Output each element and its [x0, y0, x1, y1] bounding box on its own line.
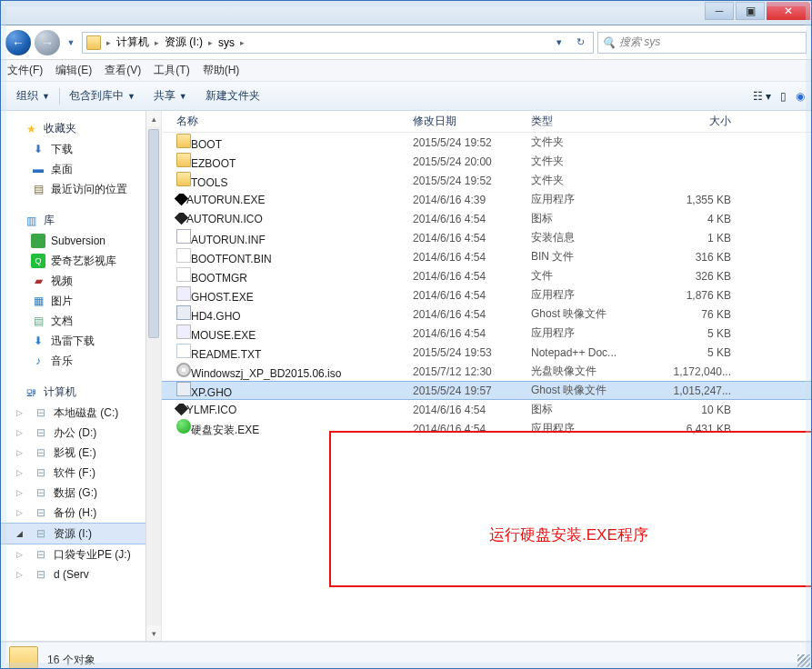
sidebar-drive-c[interactable]: ▷⊟本地磁盘 (C:) [0, 403, 161, 423]
sidebar-drive-e[interactable]: ▷⊟影视 (E:) [0, 443, 161, 463]
file-row[interactable]: README.TXT2015/5/24 19:53Notepad++ Doc..… [162, 343, 812, 362]
chevron-right-icon: ▸ [238, 38, 246, 47]
sidebar-libraries-header[interactable]: ▥库 [0, 210, 161, 231]
sidebar-drive-j[interactable]: ▷⊟口袋专业PE (J:) [0, 544, 161, 564]
toolbar-include-library[interactable]: 包含到库中▼ [60, 82, 145, 110]
iqiyi-icon: Q [31, 254, 45, 268]
nav-history-dropdown[interactable]: ▼ [64, 34, 78, 52]
scroll-up-button[interactable]: ▴ [146, 111, 161, 126]
file-row[interactable]: XP.GHO2015/5/24 19:57Ghost 映像文件1,015,247… [162, 381, 812, 400]
command-toolbar: 组织▼ 包含到库中▼ 共享▼ 新建文件夹 ☷ ▾ ▯ ◉ [0, 82, 812, 111]
sidebar-favorites-header[interactable]: ★收藏夹 [0, 118, 161, 139]
file-type-icon [176, 286, 191, 301]
column-header-type[interactable]: 类型 [526, 114, 644, 129]
file-type: 图标 [526, 402, 644, 417]
file-size: 1,015,247... [644, 384, 744, 397]
chevron-right-icon: ▸ [206, 38, 215, 47]
file-icon: 硬盘安装.EXE [176, 419, 259, 438]
menu-help[interactable]: 帮助(H) [203, 63, 240, 78]
search-input[interactable]: 🔍 搜索 sys [597, 32, 807, 54]
file-row[interactable]: Windowszj_XP_BD2015.06.iso2015/7/12 12:3… [162, 362, 812, 381]
menu-edit[interactable]: 编辑(E) [55, 63, 92, 78]
file-name: BOOTFONT.BIN [191, 253, 272, 265]
breadcrumb-drive[interactable]: 资源 (I:) [165, 35, 203, 50]
menu-tools[interactable]: 工具(T) [154, 63, 189, 78]
window-maximize-button[interactable]: ▣ [736, 2, 765, 20]
column-header-name[interactable]: 名称 [171, 114, 407, 129]
file-name: EZBOOT [191, 157, 236, 170]
breadcrumb-computer[interactable]: 计算机 [116, 35, 149, 50]
sidebar-videos[interactable]: ▰视频 [0, 271, 161, 291]
file-type: 文件夹 [526, 154, 644, 169]
toolbar-share[interactable]: 共享▼ [145, 82, 196, 110]
music-icon: ♪ [31, 354, 45, 368]
sidebar-drive-i[interactable]: ◢⊟资源 (I:) [0, 523, 161, 544]
sidebar-computer-header[interactable]: 🖳计算机 [0, 382, 161, 403]
file-row[interactable]: YLMF.ICO2014/6/16 4:54图标10 KB [162, 400, 812, 419]
sidebar-iqiyi[interactable]: Q爱奇艺影视库 [0, 251, 161, 271]
drive-icon: ⊟ [34, 526, 48, 541]
sidebar-documents[interactable]: ▤文档 [0, 311, 161, 331]
file-type-icon [176, 419, 191, 434]
file-row[interactable]: AUTORUN.EXE2014/6/16 4:39应用程序1,355 KB [162, 190, 812, 209]
file-row[interactable]: 硬盘安装.EXE2014/6/16 4:54应用程序6,431 KB [162, 419, 812, 438]
sidebar-pictures[interactable]: ▦图片 [0, 291, 161, 311]
drive-icon: ⊟ [34, 485, 48, 500]
scroll-down-button[interactable]: ▾ [146, 625, 161, 641]
sidebar-downloads[interactable]: ⬇下载 [0, 139, 161, 159]
file-size: 1,876 KB [644, 289, 744, 302]
nav-forward-button[interactable]: → [35, 30, 60, 55]
file-row[interactable]: AUTORUN.ICO2014/6/16 4:54图标4 KB [162, 209, 812, 228]
preview-pane-button[interactable]: ▯ [780, 90, 787, 103]
file-row[interactable]: MOUSE.EXE2014/6/16 4:54应用程序5 KB [162, 324, 812, 343]
drive-icon: ⊟ [34, 425, 48, 440]
status-bar: 16 个对象 [0, 642, 812, 669]
breadcrumb-folder[interactable]: sys [218, 36, 235, 49]
sidebar-drive-f[interactable]: ▷⊟软件 (F:) [0, 463, 161, 483]
sidebar-drive-g[interactable]: ▷⊟数据 (G:) [0, 483, 161, 503]
window-close-button[interactable]: ✕ [767, 2, 810, 20]
sidebar-xunlei[interactable]: ⬇迅雷下载 [0, 331, 161, 351]
sidebar-drive-serv[interactable]: ▷⊟d (Serv [0, 564, 161, 584]
file-type: 文件夹 [526, 173, 644, 188]
sidebar-drive-h[interactable]: ▷⊟备份 (H:) [0, 503, 161, 523]
nav-back-button[interactable]: ← [5, 30, 31, 55]
file-row[interactable]: BOOTFONT.BIN2014/6/16 4:54BIN 文件316 KB [162, 247, 812, 266]
menu-file[interactable]: 文件(F) [7, 63, 43, 78]
menu-view[interactable]: 查看(V) [105, 63, 141, 78]
refresh-button[interactable]: ↻ [571, 34, 589, 52]
column-header-size[interactable]: 大小 [644, 114, 744, 129]
help-button[interactable]: ◉ [796, 90, 805, 103]
file-row[interactable]: GHOST.EXE2014/6/16 4:54应用程序1,876 KB [162, 285, 812, 305]
file-row[interactable]: TOOLS2015/5/24 19:52文件夹 [162, 171, 812, 190]
sidebar-scrollbar[interactable]: ▴ ▾ [145, 111, 161, 641]
chevron-right-icon: ▸ [153, 38, 161, 47]
sidebar-recent[interactable]: ▤最近访问的位置 [0, 179, 161, 199]
toolbar-new-folder[interactable]: 新建文件夹 [196, 82, 269, 110]
file-row[interactable]: HD4.GHO2014/6/16 4:54Ghost 映像文件76 KB [162, 305, 812, 324]
sidebar-desktop[interactable]: ▬桌面 [0, 159, 161, 179]
navigation-bar: ← → ▼ ▸ 计算机 ▸ 资源 (I:) ▸ sys ▸ ▾ ↻ 🔍 搜索 s… [0, 25, 812, 60]
file-type: Ghost 映像文件 [526, 383, 644, 398]
resize-grip[interactable] [797, 654, 810, 667]
file-row[interactable]: BOOT2015/5/24 19:52文件夹 [162, 133, 812, 152]
file-row[interactable]: EZBOOT2015/5/24 20:00文件夹 [162, 152, 812, 171]
sidebar-subversion[interactable]: Subversion [0, 231, 161, 251]
file-row[interactable]: AUTORUN.INF2014/6/16 4:54安装信息1 KB [162, 228, 812, 247]
address-dropdown-button[interactable]: ▾ [550, 34, 568, 52]
toolbar-organize[interactable]: 组织▼ [7, 82, 59, 110]
file-name: GHOST.EXE [191, 291, 254, 304]
sidebar-music[interactable]: ♪音乐 [0, 351, 161, 371]
window-minimize-button[interactable]: ─ [705, 2, 734, 20]
drive-icon: ⊟ [34, 505, 48, 520]
view-mode-button[interactable]: ☷ ▾ [753, 90, 771, 103]
scroll-thumb[interactable] [148, 129, 159, 338]
sidebar-drive-d[interactable]: ▷⊟办公 (D:) [0, 423, 161, 443]
column-header-date[interactable]: 修改日期 [407, 114, 526, 129]
file-date: 2015/7/12 12:30 [407, 365, 526, 378]
annotation-highlight-box [329, 431, 812, 587]
address-bar[interactable]: ▸ 计算机 ▸ 资源 (I:) ▸ sys ▸ ▾ ↻ [82, 32, 594, 54]
file-size: 316 KB [644, 251, 744, 264]
file-row[interactable]: BOOTMGR2014/6/16 4:54文件326 KB [162, 266, 812, 285]
file-name: BOOTMGR [191, 272, 247, 285]
